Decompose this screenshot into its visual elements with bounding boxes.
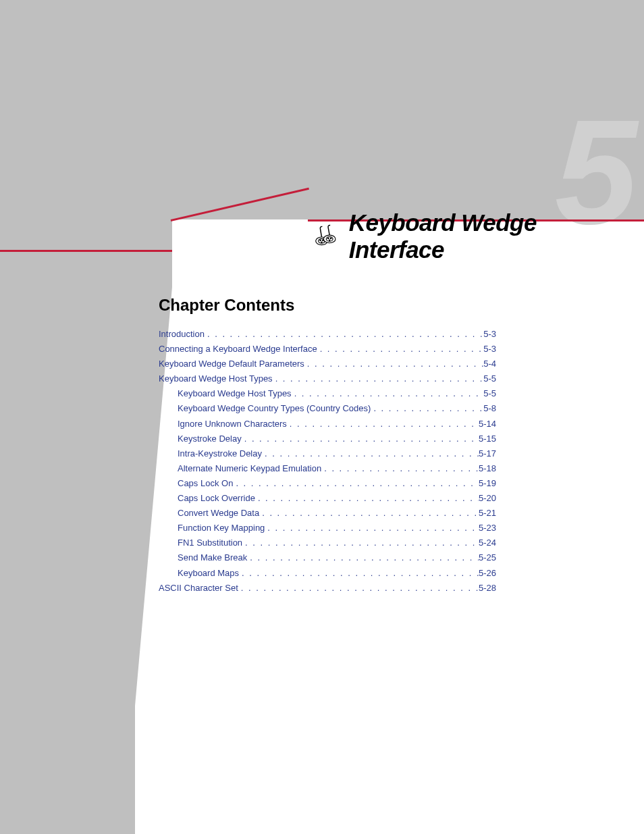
toc-leader-dots <box>273 371 484 386</box>
toc-entry-label: Send Make Break <box>178 550 247 565</box>
toc-entry[interactable]: Caps Lock On5-19 <box>159 476 496 491</box>
toc-entry[interactable]: Keyboard Wedge Host Types5-5 <box>159 386 496 401</box>
divider-line <box>0 250 172 252</box>
svg-point-6 <box>321 242 323 243</box>
toc-leader-dots <box>304 357 483 371</box>
toc-entry[interactable]: Connecting a Keyboard Wedge Interface5-3 <box>159 342 496 357</box>
toc-entry-page: 5-28 <box>479 581 496 596</box>
toc-entry[interactable]: Caps Lock Override5-20 <box>159 491 496 506</box>
toc-entry-label: ASCII Character Set <box>159 581 238 596</box>
toc-entry-page: 5-5 <box>483 371 496 386</box>
toc-entry-page: 5-5 <box>483 386 496 401</box>
section-heading: Chapter Contents <box>159 296 496 315</box>
svg-point-7 <box>327 238 329 239</box>
toc-entry[interactable]: Keyboard Wedge Country Types (Country Co… <box>159 401 496 416</box>
toc-entry-label: Introduction <box>159 327 205 342</box>
toc-entry[interactable]: Keyboard Maps5-26 <box>159 566 496 581</box>
toc-entry[interactable]: ASCII Character Set5-28 <box>159 581 496 596</box>
toc-entry-page: 5-24 <box>479 536 496 550</box>
chapter-title-area: Keyboard Wedge Interface <box>307 219 631 253</box>
toc-leader-dots <box>233 476 479 491</box>
toc-leader-dots <box>321 461 479 476</box>
connector-icon <box>307 222 344 251</box>
toc-entry-page: 5-21 <box>479 506 496 521</box>
toc-entry-page: 5-23 <box>479 521 496 536</box>
toc-entry-page: 5-17 <box>479 446 496 461</box>
toc-leader-dots <box>255 491 479 506</box>
toc-entry-label: Keystroke Delay <box>178 432 242 446</box>
toc-entry-page: 5-8 <box>483 401 496 416</box>
page: 5 Keyboard Wedge Interface Chapter Cont <box>0 0 644 834</box>
toc-entry-page: 5-20 <box>479 491 496 506</box>
toc-leader-dots <box>287 417 479 432</box>
toc-leader-dots <box>239 566 479 581</box>
toc-entry-page: 5-4 <box>483 357 496 371</box>
toc-entry[interactable]: Keystroke Delay5-15 <box>159 432 496 446</box>
toc-entry-label: Keyboard Maps <box>178 566 239 581</box>
toc-entry-label: Alternate Numeric Keypad Emulation <box>178 461 321 476</box>
toc-leader-dots <box>238 581 479 596</box>
toc-entry[interactable]: Keyboard Wedge Default Parameters5-4 <box>159 357 496 371</box>
toc-entry-label: Keyboard Wedge Default Parameters <box>159 357 304 371</box>
toc-entry-label: Caps Lock Override <box>178 491 255 506</box>
svg-point-2 <box>323 235 336 243</box>
toc-entry-label: FN1 Substitution <box>178 536 242 550</box>
toc-entry-label: Caps Lock On <box>178 476 233 491</box>
toc-entry-label: Intra-Keystroke Delay <box>178 446 262 461</box>
toc-entry-label: Convert Wedge Data <box>178 506 259 521</box>
svg-point-5 <box>323 240 324 241</box>
toc-list: Introduction5-3Connecting a Keyboard Wed… <box>159 327 496 596</box>
toc-entry-label: Keyboard Wedge Host Types <box>178 386 292 401</box>
svg-point-8 <box>330 238 331 239</box>
toc-entry[interactable]: Keyboard Wedge Host Types5-5 <box>159 371 496 386</box>
toc-leader-dots <box>265 521 479 536</box>
toc-entry[interactable]: Alternate Numeric Keypad Emulation5-18 <box>159 461 496 476</box>
toc-entry[interactable]: Send Make Break5-25 <box>159 550 496 565</box>
toc-entry-label: Ignore Unknown Characters <box>178 417 287 432</box>
toc-leader-dots <box>371 401 483 416</box>
toc-entry-page: 5-14 <box>479 417 496 432</box>
svg-point-9 <box>329 240 330 241</box>
toc-leader-dots <box>205 327 483 342</box>
chapter-title: Keyboard Wedge Interface <box>349 209 631 263</box>
toc-entry-label: Keyboard Wedge Host Types <box>159 371 273 386</box>
toc-entry[interactable]: Convert Wedge Data5-21 <box>159 506 496 521</box>
toc-entry[interactable]: FN1 Substitution5-24 <box>159 536 496 550</box>
toc-entry-page: 5-18 <box>479 461 496 476</box>
toc-entry-page: 5-26 <box>479 566 496 581</box>
toc-entry-page: 5-25 <box>479 550 496 565</box>
toc-entry-page: 5-15 <box>479 432 496 446</box>
divider-line <box>171 188 309 221</box>
toc-leader-dots <box>262 446 479 461</box>
toc-entry-page: 5-19 <box>479 476 496 491</box>
toc-entry-label: Connecting a Keyboard Wedge Interface <box>159 342 317 357</box>
chapter-contents: Chapter Contents Introduction5-3Connecti… <box>159 296 496 596</box>
toc-leader-dots <box>292 386 484 401</box>
toc-leader-dots <box>242 432 479 446</box>
toc-entry-label: Keyboard Wedge Country Types (Country Co… <box>178 401 371 416</box>
toc-entry-label: Function Key Mapping <box>178 521 265 536</box>
toc-leader-dots <box>317 342 484 357</box>
svg-point-4 <box>320 240 321 241</box>
toc-leader-dots <box>242 536 479 550</box>
toc-entry[interactable]: Introduction5-3 <box>159 327 496 342</box>
toc-entry[interactable]: Function Key Mapping5-23 <box>159 521 496 536</box>
toc-leader-dots <box>259 506 479 521</box>
toc-leader-dots <box>247 550 479 565</box>
toc-entry[interactable]: Intra-Keystroke Delay5-17 <box>159 446 496 461</box>
toc-entry-page: 5-3 <box>483 342 496 357</box>
toc-entry[interactable]: Ignore Unknown Characters5-14 <box>159 417 496 432</box>
toc-entry-page: 5-3 <box>483 327 496 342</box>
